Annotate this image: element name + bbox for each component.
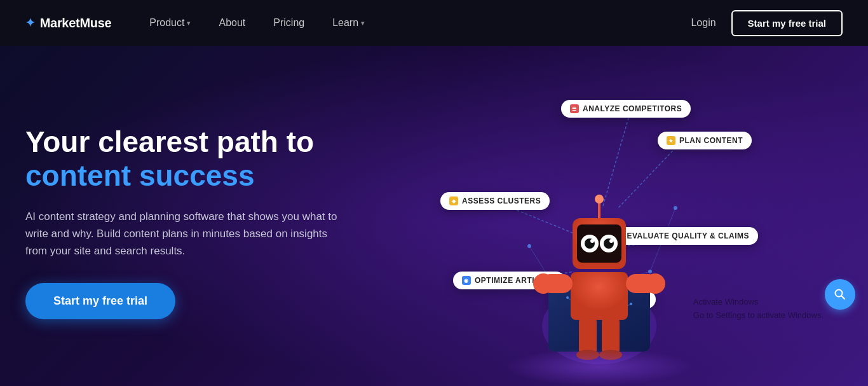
svg-point-44 xyxy=(599,350,622,360)
svg-rect-41 xyxy=(579,317,597,355)
search-icon xyxy=(834,288,846,301)
nav-item-learn[interactable]: Learn ▾ xyxy=(320,12,377,34)
nav-links: Product ▾ About Pricing Learn ▾ xyxy=(137,12,691,34)
svg-point-43 xyxy=(576,350,599,360)
dot-icon: ★ xyxy=(667,136,675,145)
svg-point-40 xyxy=(609,239,613,243)
hero-title-highlight: content success xyxy=(25,159,254,192)
svg-point-28 xyxy=(533,273,553,294)
label-analyze-competitors: ☰ ANALYZE COMPETITORS xyxy=(561,100,691,118)
brand-logo[interactable]: ✦ MarketMuse xyxy=(25,16,111,31)
svg-point-10 xyxy=(674,206,677,210)
robot-svg xyxy=(529,180,669,371)
nav-right: Login Start my free trial xyxy=(691,10,843,36)
chevron-down-icon: ▾ xyxy=(361,19,365,27)
robot-illustration xyxy=(529,180,669,373)
nav-cta-button[interactable]: Start my free trial xyxy=(731,10,843,36)
navbar: ✦ MarketMuse Product ▾ About Pricing Lea… xyxy=(0,0,868,46)
label-plan-content: ★ PLAN CONTENT xyxy=(658,132,752,149)
hero-title-part1: Your clearest path to xyxy=(25,125,314,158)
brand-name: MarketMuse xyxy=(40,16,112,31)
svg-line-46 xyxy=(842,296,845,300)
nav-item-pricing[interactable]: Pricing xyxy=(261,12,317,34)
dot-icon: ☰ xyxy=(570,104,579,113)
robot-scene: ☰ ANALYZE COMPETITORS ★ PLAN CONTENT ◆ A… xyxy=(434,81,764,386)
svg-point-33 xyxy=(595,195,604,203)
hero-illustration: ☰ ANALYZE COMPETITORS ★ PLAN CONTENT ◆ A… xyxy=(356,46,843,386)
dot-icon: ◉ xyxy=(462,276,471,285)
hero-title: Your clearest path to content success xyxy=(25,125,356,193)
search-fab-button[interactable] xyxy=(825,279,855,310)
logo-icon: ✦ xyxy=(25,16,35,30)
svg-point-30 xyxy=(645,273,665,294)
nav-item-product[interactable]: Product ▾ xyxy=(137,12,203,34)
hero-cta-button[interactable]: Start my free trial xyxy=(25,283,175,319)
svg-rect-26 xyxy=(571,272,628,320)
svg-point-39 xyxy=(590,239,594,243)
nav-item-about[interactable]: About xyxy=(206,12,258,34)
dot-icon: ◆ xyxy=(449,196,458,205)
hero-section: Your clearest path to content success AI… xyxy=(0,46,868,386)
hero-content: Your clearest path to content success AI… xyxy=(25,113,356,319)
login-button[interactable]: Login xyxy=(691,17,715,29)
hero-subtitle: AI content strategy and planning softwar… xyxy=(25,208,343,260)
chevron-down-icon: ▾ xyxy=(187,19,191,27)
svg-rect-42 xyxy=(602,317,620,355)
